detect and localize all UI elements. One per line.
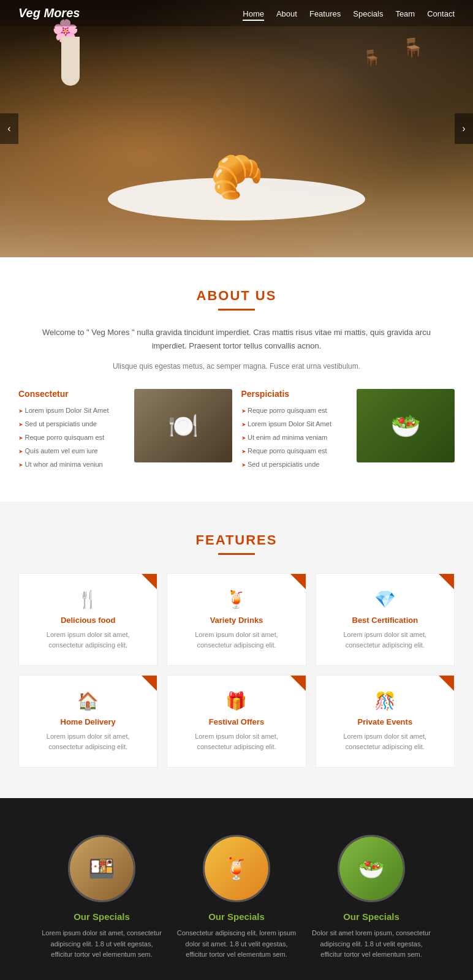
special-title-2: Our Specials (175, 911, 298, 922)
about-col2-title: Perspiciatis (241, 389, 348, 399)
special-desc-3: Dolor sit amet lorem ipsum, consectetur … (310, 928, 433, 960)
feature-title-3: Best Certification (325, 616, 445, 625)
feature-title-4: Home Delivery (28, 717, 148, 726)
about-title: ABOUT US (18, 288, 455, 304)
feature-desc-2: Lorem ipsum dolor sit amet, consectetur … (176, 630, 296, 650)
feature-title-2: Variety Drinks (176, 616, 296, 625)
hero-section: 🌸 🥐 🪑 🪑 ‹ › (0, 0, 473, 257)
feature-title-1: Delicious food (28, 616, 148, 625)
special-desc-1: Lorem ipsum dolor sit amet, consectetur … (40, 928, 163, 960)
nav-contact[interactable]: Contact (427, 9, 455, 18)
special-image-3: 🥗 (339, 837, 403, 900)
special-image-2: 🍹 (205, 837, 268, 900)
nav-about[interactable]: About (276, 9, 297, 18)
list-item: Lorem ipsum Dolor Sit Amet (241, 417, 348, 431)
special-circle-3: 🥗 (338, 835, 405, 902)
list-item: Reque porro quisquam est (18, 431, 125, 444)
about-col-left: Consectetur Lorem ipsum Dolor Sit Amet S… (18, 389, 125, 471)
nav-links: Home About Features Specials Team Contac… (243, 8, 455, 19)
feature-desc-4: Lorem ipsum dolor sit amet, consectetur … (28, 731, 148, 752)
feature-desc-3: Lorem ipsum dolor sit amet, consectetur … (325, 630, 445, 650)
special-item-2: 🍹 Our Specials Consectetur adipiscing el… (175, 835, 298, 960)
food-icon: 🍴 (28, 589, 148, 609)
about-intro: Welcome to " Veg Mores " nulla gravida t… (28, 326, 445, 353)
features-grid: 🍴 Delicious food Lorem ipsum dolor sit a… (18, 573, 455, 767)
list-item: Ut whor ad minima veniun (18, 458, 125, 471)
list-item: Lorem ipsum Dolor Sit Amet (18, 404, 125, 417)
about-sub: Ulisque quis egestas metus, ac semper ma… (18, 362, 455, 371)
feature-title-5: Festival Offers (176, 717, 296, 726)
about-col-right: Perspiciatis Reque porro quisquam est Lo… (241, 389, 348, 471)
feature-card-4: 🏠 Home Delivery Lorem ipsum dolor sit am… (18, 675, 157, 767)
feature-card-5: 🎁 Festival Offers Lorem ipsum dolor sit … (167, 675, 306, 767)
drinks-icon: 🍹 (176, 589, 296, 609)
special-title-1: Our Specials (40, 911, 163, 922)
feature-card-6: 🎊 Private Events Lorem ipsum dolor sit a… (316, 675, 455, 767)
list-item: Ut enim ad minima veniam (241, 431, 348, 444)
list-item: Reque porro quisquam est (241, 444, 348, 458)
feature-desc-1: Lorem ipsum dolor sit amet, consectetur … (28, 630, 148, 650)
delivery-icon: 🏠 (28, 691, 148, 711)
hero-prev-button[interactable]: ‹ (0, 113, 18, 144)
cert-icon: 💎 (325, 589, 445, 609)
feature-desc-6: Lorem ipsum dolor sit amet, consectetur … (325, 731, 445, 752)
list-item: Sed ut perspiciatis unde (241, 458, 348, 471)
about-col1-title: Consectetur (18, 389, 125, 399)
feature-card-1: 🍴 Delicious food Lorem ipsum dolor sit a… (18, 573, 157, 666)
navbar: Veg Mores Home About Features Specials T… (0, 0, 473, 26)
about-underline (218, 309, 255, 311)
nav-specials[interactable]: Specials (353, 9, 383, 18)
specials-section: 🍱 Our Specials Lorem ipsum dolor sit ame… (0, 798, 473, 980)
hero-next-button[interactable]: › (455, 113, 473, 144)
nav-home[interactable]: Home (243, 9, 264, 21)
special-image-1: 🍱 (70, 837, 134, 900)
about-columns: Consectetur Lorem ipsum Dolor Sit Amet S… (18, 389, 455, 471)
nav-features[interactable]: Features (309, 9, 341, 18)
features-title: FEATURES (18, 532, 455, 548)
feature-desc-5: Lorem ipsum dolor sit amet, consectetur … (176, 731, 296, 752)
about-col1-list: Lorem ipsum Dolor Sit Amet Sed ut perspi… (18, 404, 125, 471)
features-underline (218, 553, 255, 555)
feature-card-2: 🍹 Variety Drinks Lorem ipsum dolor sit a… (167, 573, 306, 666)
special-desc-2: Consectetur adipiscing elit, lorem ipsum… (175, 928, 298, 960)
about-col2-list: Reque porro quisquam est Lorem ipsum Dol… (241, 404, 348, 471)
list-item: Quis autem vel eum iure (18, 444, 125, 458)
events-icon: 🎊 (325, 691, 445, 711)
specials-grid: 🍱 Our Specials Lorem ipsum dolor sit ame… (18, 835, 455, 960)
features-section: FEATURES 🍴 Delicious food Lorem ipsum do… (0, 502, 473, 798)
about-image-box-1: 🍽️ (134, 389, 232, 462)
special-item-3: 🥗 Our Specials Dolor sit amet lorem ipsu… (310, 835, 433, 960)
festival-icon: 🎁 (176, 691, 296, 711)
special-circle-2: 🍹 (203, 835, 270, 902)
feature-card-3: 💎 Best Certification Lorem ipsum dolor s… (316, 573, 455, 666)
nav-logo[interactable]: Veg Mores (18, 6, 80, 20)
about-img-left: 🍽️ (134, 389, 232, 462)
about-section: ABOUT US Welcome to " Veg Mores " nulla … (0, 257, 473, 502)
special-title-3: Our Specials (310, 911, 433, 922)
special-item-1: 🍱 Our Specials Lorem ipsum dolor sit ame… (40, 835, 163, 960)
nav-team[interactable]: Team (395, 9, 415, 18)
about-img-right: 🥗 (357, 389, 455, 462)
list-item: Reque porro quisquam est (241, 404, 348, 417)
feature-title-6: Private Events (325, 717, 445, 726)
special-circle-1: 🍱 (68, 835, 135, 902)
list-item: Sed ut perspiciatis unde (18, 417, 125, 431)
about-image-box-2: 🥗 (357, 389, 455, 462)
vase-decoration (61, 37, 80, 86)
